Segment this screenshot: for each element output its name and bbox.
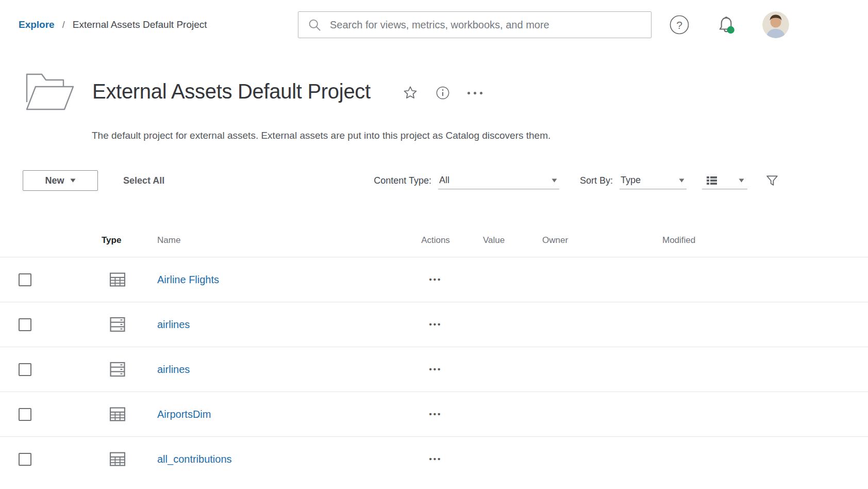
top-right-icons: ? bbox=[669, 11, 789, 38]
help-button[interactable]: ? bbox=[669, 14, 690, 36]
search-bar[interactable] bbox=[298, 11, 652, 38]
top-bar: Explore / External Assets Default Projec… bbox=[0, 0, 868, 50]
more-actions-button[interactable] bbox=[468, 92, 482, 94]
details-button[interactable] bbox=[436, 86, 450, 100]
column-header-value[interactable]: Value bbox=[464, 235, 531, 246]
breadcrumb-current: External Assets Default Project bbox=[73, 19, 207, 30]
content-toolbar: New Select All Content Type: All Sort By… bbox=[0, 170, 868, 191]
row-checkbox[interactable] bbox=[19, 453, 31, 466]
row-type-cell bbox=[93, 270, 142, 289]
table-row: airlines ••• bbox=[0, 347, 868, 392]
row-select-cell bbox=[0, 453, 93, 466]
chevron-down-icon bbox=[70, 178, 76, 183]
row-checkbox[interactable] bbox=[19, 408, 31, 421]
table-icon bbox=[108, 270, 127, 289]
asset-name-link[interactable]: Airline Flights bbox=[157, 274, 219, 285]
row-actions-cell: ••• bbox=[407, 454, 464, 464]
chevron-down-icon bbox=[679, 178, 685, 183]
title-actions bbox=[403, 82, 482, 101]
help-icon: ? bbox=[669, 14, 690, 36]
row-name-cell: Airline Flights bbox=[142, 274, 407, 286]
row-type-cell bbox=[93, 449, 142, 469]
actions-menu-button[interactable]: ••• bbox=[429, 410, 442, 418]
project-description: The default project for external assets.… bbox=[0, 130, 868, 141]
content-table: Type Name Actions Value Owner Modified bbox=[0, 224, 868, 481]
row-actions-cell: ••• bbox=[407, 320, 464, 329]
row-name-cell: airlines bbox=[142, 319, 407, 331]
column-header-name[interactable]: Name bbox=[142, 235, 407, 246]
filter-button[interactable] bbox=[765, 173, 779, 188]
row-select-cell bbox=[0, 363, 93, 376]
row-type-cell bbox=[93, 360, 142, 379]
content-type-label: Content Type: bbox=[374, 175, 431, 186]
row-actions-cell: ••• bbox=[407, 410, 464, 419]
row-name-cell: AirportsDim bbox=[142, 409, 407, 420]
notification-dot bbox=[727, 26, 734, 34]
row-type-cell bbox=[93, 315, 142, 334]
database-icon bbox=[108, 360, 127, 379]
project-title-row: External Assets Default Project bbox=[0, 70, 868, 112]
chevron-down-icon bbox=[739, 178, 744, 183]
breadcrumb: Explore / External Assets Default Projec… bbox=[19, 19, 298, 30]
star-icon bbox=[403, 85, 418, 101]
actions-menu-button[interactable]: ••• bbox=[429, 454, 442, 463]
asset-name-link[interactable]: airlines bbox=[157, 364, 190, 375]
new-button[interactable]: New bbox=[23, 170, 98, 191]
breadcrumb-separator: / bbox=[62, 20, 65, 30]
table-icon bbox=[108, 404, 127, 424]
filter-funnel-icon bbox=[765, 173, 779, 188]
row-checkbox[interactable] bbox=[19, 363, 31, 376]
row-checkbox[interactable] bbox=[19, 273, 31, 286]
database-icon bbox=[108, 315, 127, 334]
select-all-button[interactable]: Select All bbox=[123, 175, 164, 186]
row-type-cell bbox=[93, 404, 142, 424]
new-button-label: New bbox=[45, 175, 64, 186]
info-icon bbox=[436, 86, 450, 100]
asset-name-link[interactable]: all_contributions bbox=[157, 453, 232, 465]
actions-menu-button[interactable]: ••• bbox=[429, 320, 442, 329]
asset-name-link[interactable]: airlines bbox=[157, 319, 190, 330]
bell-icon bbox=[716, 14, 737, 35]
row-select-cell bbox=[0, 318, 93, 331]
notifications-button[interactable] bbox=[716, 14, 737, 35]
explore-project-page: Explore / External Assets Default Projec… bbox=[0, 0, 868, 489]
table-row: AirportsDim ••• bbox=[0, 392, 868, 436]
search-input[interactable] bbox=[330, 19, 642, 31]
column-header-owner[interactable]: Owner bbox=[531, 235, 634, 246]
actions-menu-button[interactable]: ••• bbox=[429, 275, 442, 284]
column-header-type[interactable]: Type bbox=[93, 235, 142, 246]
column-header-modified[interactable]: Modified bbox=[634, 235, 868, 246]
view-mode-dropdown[interactable] bbox=[702, 172, 747, 189]
row-actions-cell: ••• bbox=[407, 275, 464, 284]
content-type-value: All bbox=[439, 175, 449, 186]
search-icon bbox=[308, 18, 322, 32]
row-name-cell: all_contributions bbox=[142, 453, 407, 465]
table-header-row: Type Name Actions Value Owner Modified bbox=[0, 224, 868, 257]
chevron-down-icon bbox=[552, 178, 557, 183]
sort-by-dropdown[interactable]: Type bbox=[620, 172, 687, 189]
svg-text:?: ? bbox=[676, 19, 682, 31]
row-checkbox[interactable] bbox=[19, 318, 31, 331]
folder-icon bbox=[23, 70, 76, 112]
asset-name-link[interactable]: AirportsDim bbox=[157, 409, 211, 420]
list-view-icon bbox=[705, 174, 719, 187]
table-row: airlines ••• bbox=[0, 302, 868, 347]
content-type-dropdown[interactable]: All bbox=[438, 172, 559, 189]
row-name-cell: airlines bbox=[142, 364, 407, 376]
table-icon bbox=[108, 449, 127, 469]
breadcrumb-explore-link[interactable]: Explore bbox=[19, 19, 55, 30]
ellipsis-icon bbox=[468, 92, 482, 94]
actions-menu-button[interactable]: ••• bbox=[429, 365, 442, 373]
sort-by-label: Sort By: bbox=[580, 175, 613, 186]
table-body: Airline Flights ••• bbox=[0, 257, 868, 481]
user-avatar[interactable] bbox=[762, 11, 789, 38]
row-select-cell bbox=[0, 273, 93, 286]
row-select-cell bbox=[0, 408, 93, 421]
sort-by-value: Type bbox=[621, 175, 641, 186]
row-actions-cell: ••• bbox=[407, 365, 464, 374]
table-row: all_contributions ••• bbox=[0, 436, 868, 481]
table-row: Airline Flights ••• bbox=[0, 257, 868, 302]
column-header-actions: Actions bbox=[407, 235, 464, 246]
favorite-button[interactable] bbox=[403, 85, 418, 101]
page-title: External Assets Default Project bbox=[92, 80, 371, 103]
